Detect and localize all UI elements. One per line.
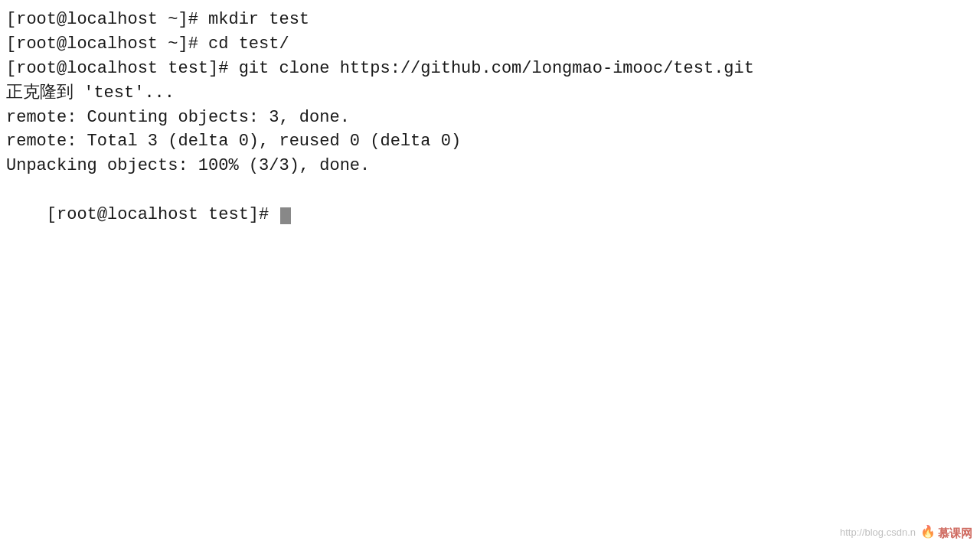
terminal-window[interactable]: [root@localhost ~]# mkdir test [root@loc…: [0, 0, 980, 551]
terminal-line-2: [root@localhost ~]# cd test/: [6, 32, 974, 57]
terminal-line-6: remote: Total 3 (delta 0), reused 0 (del…: [6, 129, 974, 154]
watermark-url: http://blog.csdn.n: [840, 526, 916, 540]
terminal-line-5: remote: Counting objects: 3, done.: [6, 106, 974, 130]
terminal-line-1: [root@localhost ~]# mkdir test: [6, 8, 974, 32]
terminal-cursor: [280, 207, 291, 224]
terminal-line-4: 正克隆到 'test'...: [6, 81, 974, 106]
terminal-line-8: [root@localhost test]#: [6, 178, 974, 252]
flame-icon: 🔥: [920, 524, 936, 542]
watermark: http://blog.csdn.n 🔥 慕课网: [840, 524, 972, 542]
watermark-logo: 🔥 慕课网: [920, 524, 972, 542]
terminal-line-7: Unpacking objects: 100% (3/3), done.: [6, 154, 974, 178]
logo-text: 慕课网: [938, 525, 972, 542]
terminal-line-3: [root@localhost test]# git clone https:/…: [6, 57, 974, 81]
